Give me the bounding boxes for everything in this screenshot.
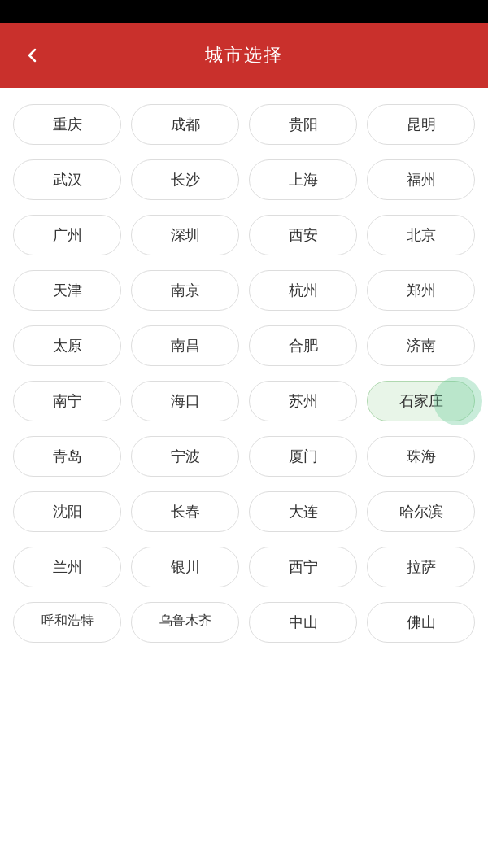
city-button[interactable]: 上海	[249, 159, 357, 200]
city-button[interactable]: 厦门	[249, 436, 357, 477]
city-button[interactable]: 大连	[249, 491, 357, 532]
city-button[interactable]: 济南	[367, 325, 475, 366]
city-button[interactable]: 宁波	[131, 436, 239, 477]
city-label: 太原	[53, 338, 82, 354]
city-label: 宁波	[171, 448, 200, 465]
city-button[interactable]: 哈尔滨	[367, 491, 475, 532]
city-button[interactable]: 拉萨	[367, 547, 475, 587]
city-label: 兰州	[53, 559, 82, 575]
city-label: 银川	[171, 559, 200, 575]
city-label: 珠海	[407, 448, 436, 465]
city-button[interactable]: 中山	[249, 602, 357, 643]
city-button[interactable]: 石家庄	[367, 381, 475, 421]
city-button[interactable]: 成都	[131, 104, 239, 145]
city-button[interactable]: 郑州	[367, 270, 475, 311]
city-label: 苏州	[289, 393, 318, 409]
city-label: 成都	[171, 116, 200, 133]
page-title: 城市选择	[205, 43, 283, 68]
city-button[interactable]: 珠海	[367, 436, 475, 477]
back-button[interactable]	[16, 39, 49, 72]
city-label: 乌鲁木齐	[159, 613, 211, 627]
city-button[interactable]: 沈阳	[13, 491, 121, 532]
city-button[interactable]: 杭州	[249, 270, 357, 311]
city-button[interactable]: 银川	[131, 547, 239, 587]
city-button[interactable]: 长沙	[131, 159, 239, 200]
city-button[interactable]: 苏州	[249, 381, 357, 421]
city-label: 昆明	[407, 116, 436, 133]
city-label: 石家庄	[399, 393, 443, 409]
city-button[interactable]: 南宁	[13, 381, 121, 421]
city-label: 郑州	[407, 282, 436, 299]
city-label: 西安	[289, 227, 318, 243]
city-button[interactable]: 天津	[13, 270, 121, 311]
city-label: 天津	[53, 282, 82, 299]
city-label: 济南	[407, 338, 436, 354]
city-button[interactable]: 西安	[249, 215, 357, 255]
city-label: 南京	[171, 282, 200, 299]
city-button[interactable]: 乌鲁木齐	[131, 602, 239, 643]
city-label: 武汉	[53, 172, 82, 188]
city-label: 广州	[53, 227, 82, 243]
city-button[interactable]: 长春	[131, 491, 239, 532]
city-label: 海口	[171, 393, 200, 409]
city-label: 北京	[407, 227, 436, 243]
city-button[interactable]: 合肥	[249, 325, 357, 366]
city-label: 南昌	[171, 338, 200, 354]
city-label: 佛山	[407, 614, 436, 630]
city-label: 杭州	[289, 282, 318, 299]
city-button[interactable]: 呼和浩特	[13, 602, 121, 643]
city-label: 中山	[289, 614, 318, 630]
city-label: 西宁	[289, 559, 318, 575]
city-button[interactable]: 广州	[13, 215, 121, 255]
status-bar	[0, 0, 488, 23]
city-button[interactable]: 福州	[367, 159, 475, 200]
city-button[interactable]: 昆明	[367, 104, 475, 145]
city-label: 呼和浩特	[41, 613, 94, 627]
city-button[interactable]: 海口	[131, 381, 239, 421]
city-label: 长沙	[171, 172, 200, 188]
city-label: 重庆	[53, 116, 82, 133]
city-label: 南宁	[53, 393, 82, 409]
city-button[interactable]: 南京	[131, 270, 239, 311]
city-button[interactable]: 青岛	[13, 436, 121, 477]
city-button[interactable]: 北京	[367, 215, 475, 255]
city-label: 拉萨	[407, 559, 436, 575]
city-button[interactable]: 佛山	[367, 602, 475, 643]
city-label: 沈阳	[53, 504, 82, 520]
city-label: 青岛	[53, 448, 82, 465]
city-button[interactable]: 重庆	[13, 104, 121, 145]
city-label: 福州	[407, 172, 436, 188]
city-button[interactable]: 深圳	[131, 215, 239, 255]
city-label: 上海	[289, 172, 318, 188]
city-button[interactable]: 太原	[13, 325, 121, 366]
city-button[interactable]: 兰州	[13, 547, 121, 587]
city-button[interactable]: 西宁	[249, 547, 357, 587]
city-label: 哈尔滨	[399, 504, 443, 520]
city-label: 合肥	[289, 338, 318, 354]
city-label: 大连	[289, 504, 318, 520]
city-button[interactable]: 南昌	[131, 325, 239, 366]
page-header: 城市选择	[0, 23, 488, 88]
city-label: 贵阳	[289, 116, 318, 133]
city-label: 厦门	[289, 448, 318, 465]
city-button[interactable]: 贵阳	[249, 104, 357, 145]
city-button[interactable]: 武汉	[13, 159, 121, 200]
city-grid: 重庆成都贵阳昆明武汉长沙上海福州广州深圳西安北京天津南京杭州郑州太原南昌合肥济南…	[0, 88, 488, 659]
city-label: 长春	[171, 504, 200, 520]
city-label: 深圳	[171, 227, 200, 243]
